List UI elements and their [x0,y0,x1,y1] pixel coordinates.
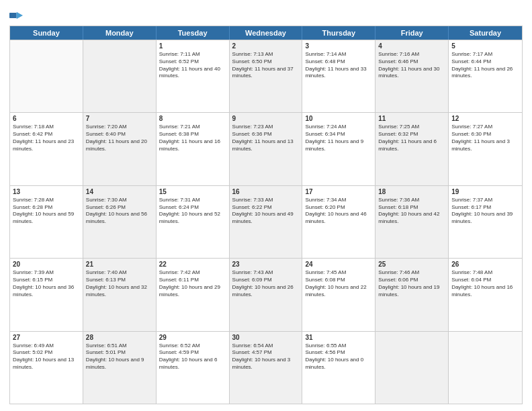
cell-detail: Sunrise: 7:45 AM Sunset: 6:08 PM Dayligh… [305,269,372,298]
day-number: 11 [378,115,445,122]
day-number: 4 [378,42,445,50]
day-number: 7 [86,115,153,122]
header-day-tuesday: Tuesday [157,26,230,40]
day-number: 5 [451,42,519,50]
calendar-row-2: 13Sunrise: 7:28 AM Sunset: 6:28 PM Dayli… [10,185,522,258]
cell-detail: Sunrise: 7:24 AM Sunset: 6:34 PM Dayligh… [305,124,372,152]
day-number: 12 [451,115,519,122]
calendar-cell: 10Sunrise: 7:24 AM Sunset: 6:34 PM Dayli… [302,113,375,185]
day-number: 19 [451,188,519,195]
day-number: 2 [232,42,300,50]
cell-detail: Sunrise: 6:51 AM Sunset: 5:01 PM Dayligh… [86,342,153,371]
calendar-cell: 21Sunrise: 7:40 AM Sunset: 6:13 PM Dayli… [83,259,157,330]
cell-detail: Sunrise: 7:23 AM Sunset: 6:36 PM Dayligh… [232,124,300,152]
cell-detail: Sunrise: 7:30 AM Sunset: 6:26 PM Dayligh… [86,197,153,226]
cell-detail: Sunrise: 7:33 AM Sunset: 6:22 PM Dayligh… [232,197,300,226]
calendar-cell: 19Sunrise: 7:37 AM Sunset: 6:17 PM Dayli… [449,186,522,258]
calendar-cell: 1Sunrise: 7:11 AM Sunset: 6:52 PM Daylig… [157,40,230,112]
day-number: 1 [159,42,226,50]
day-number: 31 [305,334,372,341]
calendar-cell: 15Sunrise: 7:31 AM Sunset: 6:24 PM Dayli… [157,186,230,258]
day-number: 27 [13,334,80,341]
calendar-cell: 16Sunrise: 7:33 AM Sunset: 6:22 PM Dayli… [230,186,303,258]
header-day-monday: Monday [83,26,157,40]
page: SundayMondayTuesdayWednesdayThursdayFrid… [0,0,532,411]
day-number: 15 [159,188,226,195]
calendar-cell: 23Sunrise: 7:43 AM Sunset: 6:09 PM Dayli… [230,259,303,330]
calendar-row-4: 27Sunrise: 6:49 AM Sunset: 5:02 PM Dayli… [10,331,522,404]
cell-detail: Sunrise: 7:17 AM Sunset: 6:44 PM Dayligh… [451,51,519,80]
calendar-cell: 8Sunrise: 7:21 AM Sunset: 6:38 PM Daylig… [157,113,230,185]
calendar-cell [375,332,449,404]
day-number: 22 [159,261,226,268]
cell-detail: Sunrise: 7:42 AM Sunset: 6:11 PM Dayligh… [159,269,226,298]
calendar-cell: 3Sunrise: 7:14 AM Sunset: 6:48 PM Daylig… [302,40,375,112]
day-number: 14 [86,188,153,195]
header-day-friday: Friday [375,26,449,40]
calendar-cell: 18Sunrise: 7:36 AM Sunset: 6:18 PM Dayli… [375,186,449,258]
calendar-cell: 11Sunrise: 7:25 AM Sunset: 6:32 PM Dayli… [375,113,449,185]
cell-detail: Sunrise: 7:13 AM Sunset: 6:50 PM Dayligh… [232,51,300,80]
day-number: 16 [232,188,300,195]
day-number: 8 [159,115,226,122]
day-number: 21 [86,261,153,268]
cell-detail: Sunrise: 7:25 AM Sunset: 6:32 PM Dayligh… [378,124,445,152]
logo [9,9,25,21]
cell-detail: Sunrise: 7:14 AM Sunset: 6:48 PM Dayligh… [305,51,372,80]
calendar-header: SundayMondayTuesdayWednesdayThursdayFrid… [10,26,522,40]
day-number: 23 [232,261,300,268]
cell-detail: Sunrise: 7:31 AM Sunset: 6:24 PM Dayligh… [159,197,226,226]
calendar-row-1: 6Sunrise: 7:18 AM Sunset: 6:42 PM Daylig… [10,112,522,185]
day-number: 18 [378,188,445,195]
cell-detail: Sunrise: 6:55 AM Sunset: 4:56 PM Dayligh… [305,342,372,371]
cell-detail: Sunrise: 6:52 AM Sunset: 4:59 PM Dayligh… [159,342,226,371]
calendar-cell [449,332,522,404]
calendar-cell: 7Sunrise: 7:20 AM Sunset: 6:40 PM Daylig… [83,113,157,185]
header-day-thursday: Thursday [302,26,375,40]
calendar-row-0: 1Sunrise: 7:11 AM Sunset: 6:52 PM Daylig… [10,40,522,112]
day-number: 20 [13,261,80,268]
general-blue-icon [9,11,23,20]
cell-detail: Sunrise: 7:28 AM Sunset: 6:28 PM Dayligh… [13,197,80,226]
calendar-cell: 13Sunrise: 7:28 AM Sunset: 6:28 PM Dayli… [10,186,83,258]
day-number: 28 [86,334,153,341]
day-number: 29 [159,334,226,341]
cell-detail: Sunrise: 7:43 AM Sunset: 6:09 PM Dayligh… [232,269,300,298]
calendar-cell: 4Sunrise: 7:16 AM Sunset: 6:46 PM Daylig… [375,40,449,112]
calendar-cell: 12Sunrise: 7:27 AM Sunset: 6:30 PM Dayli… [449,113,522,185]
calendar-cell: 29Sunrise: 6:52 AM Sunset: 4:59 PM Dayli… [157,332,230,404]
calendar-cell: 5Sunrise: 7:17 AM Sunset: 6:44 PM Daylig… [449,40,522,112]
cell-detail: Sunrise: 7:34 AM Sunset: 6:20 PM Dayligh… [305,197,372,226]
day-number: 13 [13,188,80,195]
cell-detail: Sunrise: 7:46 AM Sunset: 6:06 PM Dayligh… [378,269,445,298]
day-number: 3 [305,42,372,50]
calendar-cell: 31Sunrise: 6:55 AM Sunset: 4:56 PM Dayli… [302,332,375,404]
cell-detail: Sunrise: 7:18 AM Sunset: 6:42 PM Dayligh… [13,124,80,152]
calendar-cell [10,40,83,112]
calendar-cell: 9Sunrise: 7:23 AM Sunset: 6:36 PM Daylig… [230,113,303,185]
calendar-body: 1Sunrise: 7:11 AM Sunset: 6:52 PM Daylig… [10,40,522,404]
day-number: 17 [305,188,372,195]
day-number: 9 [232,115,300,122]
day-number: 24 [305,261,372,268]
cell-detail: Sunrise: 7:20 AM Sunset: 6:40 PM Dayligh… [86,124,153,152]
calendar-cell: 20Sunrise: 7:39 AM Sunset: 6:15 PM Dayli… [10,259,83,330]
cell-detail: Sunrise: 6:49 AM Sunset: 5:02 PM Dayligh… [13,342,80,371]
day-number: 10 [305,115,372,122]
cell-detail: Sunrise: 6:54 AM Sunset: 4:57 PM Dayligh… [232,342,300,371]
calendar-cell: 6Sunrise: 7:18 AM Sunset: 6:42 PM Daylig… [10,113,83,185]
day-number: 6 [13,115,80,122]
cell-detail: Sunrise: 7:40 AM Sunset: 6:13 PM Dayligh… [86,269,153,298]
calendar-cell: 26Sunrise: 7:48 AM Sunset: 6:04 PM Dayli… [449,259,522,330]
calendar: SundayMondayTuesdayWednesdayThursdayFrid… [9,26,523,404]
cell-detail: Sunrise: 7:36 AM Sunset: 6:18 PM Dayligh… [378,197,445,226]
header-day-saturday: Saturday [449,26,522,40]
calendar-cell: 22Sunrise: 7:42 AM Sunset: 6:11 PM Dayli… [157,259,230,330]
day-number: 30 [232,334,300,341]
calendar-cell: 14Sunrise: 7:30 AM Sunset: 6:26 PM Dayli… [83,186,157,258]
cell-detail: Sunrise: 7:16 AM Sunset: 6:46 PM Dayligh… [378,51,445,80]
header [9,7,523,21]
calendar-row-3: 20Sunrise: 7:39 AM Sunset: 6:15 PM Dayli… [10,258,522,330]
day-number: 25 [378,261,445,268]
cell-detail: Sunrise: 7:39 AM Sunset: 6:15 PM Dayligh… [13,269,80,298]
